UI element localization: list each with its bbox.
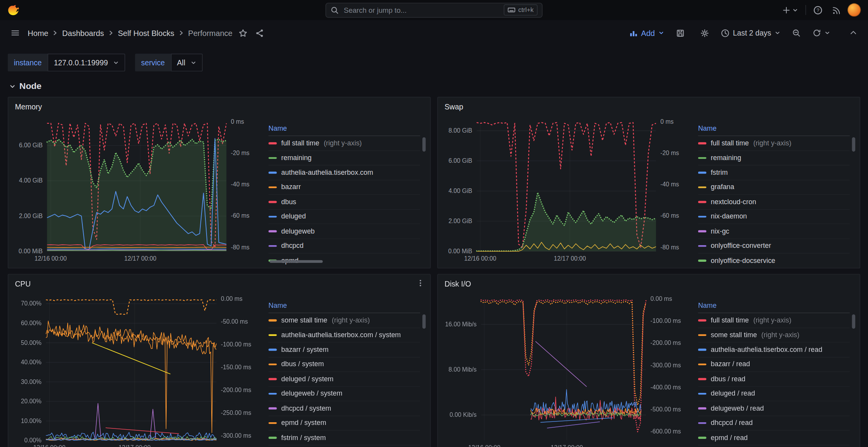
legend-column-name[interactable]: Name <box>698 124 717 132</box>
legend-row: delugeweb / read <box>698 401 850 416</box>
legend-label[interactable]: deluged / read <box>711 390 755 398</box>
legend-scrollbar[interactable] <box>852 137 855 152</box>
legend-scrollbar[interactable] <box>852 314 855 329</box>
legend-label[interactable]: grafana <box>711 183 735 191</box>
legend-row: nix-daemon <box>698 210 850 224</box>
breadcrumb-folder[interactable]: Self Host Blocks <box>118 29 174 38</box>
legend-label[interactable]: nix-gc <box>711 227 730 235</box>
news-button[interactable] <box>830 4 842 16</box>
legend-label[interactable]: nextcloud-cron <box>711 198 756 206</box>
legend-label[interactable]: bazarr / read <box>711 360 750 368</box>
legend-label[interactable]: bazarr / system <box>281 346 328 353</box>
legend-label[interactable]: full stall time <box>711 316 749 324</box>
breadcrumb: Home Dashboards Self Host Blocks Perform… <box>28 29 232 38</box>
legend-label[interactable]: bazarr <box>281 183 301 191</box>
legend-label[interactable]: full stall time <box>281 139 319 147</box>
legend-label[interactable]: dhcpcd / system <box>281 404 331 412</box>
svg-text:70.00%: 70.00% <box>21 300 41 307</box>
legend-label[interactable]: authelia-authelia.tiserbox.com / read <box>711 346 822 353</box>
add-panel-button[interactable]: Add <box>629 29 664 38</box>
legend-label[interactable]: full stall time <box>711 139 749 147</box>
legend-label[interactable]: dhcpcd / read <box>711 419 753 427</box>
legend-label[interactable]: epmd / read <box>711 434 748 442</box>
legend-label-suffix: (right y-axis) <box>324 139 362 147</box>
legend-label[interactable]: delugeweb / system <box>281 390 342 398</box>
chevron-right-icon <box>178 29 185 37</box>
legend-label[interactable]: dbus / system <box>281 360 324 368</box>
legend-row: nextcloud-cron <box>698 195 850 210</box>
legend-row: bazarr <box>268 180 420 195</box>
chart-swap[interactable]: 0.00 MiB2.00 GiB4.00 GiB6.00 GiB8.00 GiB… <box>443 116 692 265</box>
dashboard-settings-button[interactable] <box>696 25 713 41</box>
user-avatar[interactable] <box>847 3 861 17</box>
legend-row: full stall time(right y-axis) <box>698 136 850 151</box>
new-menu-button[interactable] <box>781 4 800 16</box>
legend-hscrollbar[interactable] <box>270 260 323 263</box>
panel-title[interactable]: Disk I/O <box>444 280 471 288</box>
save-dashboard-button[interactable] <box>672 25 689 41</box>
mega-menu-button[interactable] <box>7 25 23 41</box>
legend-scrollbar[interactable] <box>422 137 426 152</box>
refresh-button[interactable] <box>813 29 830 37</box>
search-input[interactable] <box>343 5 500 15</box>
time-range-picker[interactable]: Last 2 days <box>721 29 781 38</box>
legend-label[interactable]: some stall time <box>281 316 327 324</box>
chart-svg-disk-io[interactable]: 0.00 Kib/s8.00 Mib/s16.00 Mib/s0.00 ms-1… <box>443 293 692 447</box>
legend-label[interactable]: fstrim <box>711 169 728 176</box>
chart-svg-cpu[interactable]: 0.00%10.00%20.00%30.00%40.00%50.00%60.00… <box>14 293 263 447</box>
row-node-toggle[interactable]: Node <box>9 81 859 91</box>
chart-svg-swap[interactable]: 0.00 MiB2.00 GiB4.00 GiB6.00 GiB8.00 GiB… <box>443 116 692 265</box>
panel-title[interactable]: CPU <box>15 280 31 288</box>
legend-label[interactable]: delugeweb / read <box>711 404 764 412</box>
global-search[interactable]: ctrl+k <box>325 2 542 17</box>
panel-title[interactable]: Swap <box>444 102 463 111</box>
legend-column-name[interactable]: Name <box>698 301 717 309</box>
legend-label[interactable]: onlyoffice-converter <box>711 242 771 250</box>
chart-disk-io[interactable]: 0.00 Kib/s8.00 Mib/s16.00 Mib/s0.00 ms-1… <box>443 293 692 447</box>
legend-label[interactable]: dbus <box>281 198 296 206</box>
chart-cpu[interactable]: 0.00%10.00%20.00%30.00%40.00%50.00%60.00… <box>14 293 263 447</box>
favorite-button[interactable] <box>235 25 251 41</box>
chevron-up-icon <box>849 29 857 37</box>
legend-swatch <box>268 245 277 247</box>
variable-instance-value[interactable]: 127.0.0.1:19999 <box>48 54 125 72</box>
panel-title[interactable]: Memory <box>15 102 42 111</box>
svg-text:-400.00 ms: -400.00 ms <box>651 384 681 391</box>
legend-label[interactable]: deluged / system <box>281 375 333 383</box>
breadcrumb-home[interactable]: Home <box>28 29 48 38</box>
legend-column-name[interactable]: Name <box>268 124 287 132</box>
legend-label[interactable]: some stall time <box>711 331 757 339</box>
legend-label[interactable]: deluged <box>281 213 306 220</box>
legend-label[interactable]: remaining <box>281 154 312 162</box>
collapse-toolbar-button[interactable] <box>845 25 861 41</box>
grafana-logo-icon[interactable] <box>7 3 20 16</box>
share-button[interactable] <box>251 25 268 41</box>
panel-body: 0.00 MiB2.00 GiB4.00 GiB6.00 GiB8.00 GiB… <box>438 116 860 268</box>
legend-label[interactable]: dhcpcd <box>281 242 304 250</box>
legend-label[interactable]: remaining <box>711 154 742 162</box>
panel-menu-button[interactable] <box>416 279 424 289</box>
legend-row: bazarr / system <box>268 343 420 357</box>
panel-swap: Swap0.00 MiB2.00 GiB4.00 GiB6.00 GiB8.00… <box>437 97 860 268</box>
variable-instance-label[interactable]: instance <box>8 54 48 72</box>
legend-label[interactable]: delugeweb <box>281 227 315 235</box>
svg-text:-80 ms: -80 ms <box>660 244 679 251</box>
chart-memory[interactable]: 0.00 MiB2.00 GiB4.00 GiB6.00 GiB0 ms-20 … <box>14 116 263 265</box>
legend-label[interactable]: onlyoffice-docservice <box>711 257 776 264</box>
zoom-out-button[interactable] <box>788 25 805 41</box>
chart-svg-memory[interactable]: 0.00 MiB2.00 GiB4.00 GiB6.00 GiB0 ms-20 … <box>14 116 263 265</box>
legend-label[interactable]: dbus / read <box>711 375 746 383</box>
legend-label[interactable]: fstrim / system <box>281 434 326 442</box>
breadcrumb-dashboards[interactable]: Dashboards <box>62 29 104 38</box>
legend-column-name[interactable]: Name <box>268 301 287 309</box>
legend-label[interactable]: authelia-authelia.tiserbox.com / system <box>281 331 401 339</box>
variable-service-label[interactable]: service <box>135 54 171 72</box>
panel-body: 0.00%10.00%20.00%30.00%40.00%50.00%60.00… <box>8 293 430 447</box>
legend-label[interactable]: authelia-authelia.tiserbox.com <box>281 169 373 176</box>
variable-service-value[interactable]: All <box>171 54 203 72</box>
help-button[interactable]: ? <box>812 3 824 16</box>
legend-scrollbar[interactable] <box>422 314 426 329</box>
legend-label[interactable]: epmd / system <box>281 419 326 427</box>
legend-label[interactable]: nix-daemon <box>711 213 747 220</box>
svg-text:-250.00 ms: -250.00 ms <box>221 409 251 416</box>
